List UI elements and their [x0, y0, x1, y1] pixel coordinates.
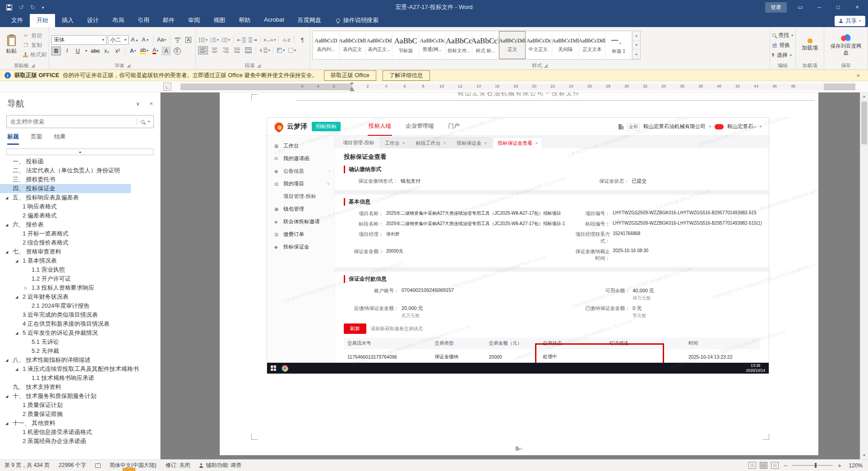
learn-more-button[interactable]: 了解详细信息 — [383, 70, 430, 81]
proofing-status[interactable] — [91, 463, 105, 468]
track-changes-status[interactable]: 修订: 关闭 — [161, 462, 195, 469]
redo-icon[interactable]: ↻ — [30, 4, 36, 10]
align-left-button[interactable] — [198, 46, 208, 55]
ribbon-tab-Acrobat[interactable]: Acrobat — [257, 14, 291, 27]
collapse-arrow-icon[interactable]: ◢ — [5, 223, 13, 227]
nav-heading-item[interactable]: 1 机密信息接受承诺函格式 — [0, 428, 131, 437]
collapse-arrow-icon[interactable]: ◢ — [15, 259, 23, 263]
bold-button[interactable]: B — [51, 46, 61, 55]
get-genuine-office-button[interactable]: 获取正版 Office — [324, 70, 376, 81]
increase-indent-button[interactable]: ⇥ — [248, 36, 258, 44]
style-gallery-more-icon[interactable]: ▾ — [633, 50, 640, 59]
nav-heading-item[interactable]: 2 偏差表格式 — [0, 211, 131, 220]
web-tab-投标保证金查看[interactable]: 投标保证金查看× — [493, 137, 543, 148]
zoom-slider[interactable] — [792, 465, 833, 466]
horizontal-ruler[interactable]: 6422468101214161820222426283032343638404… — [180, 83, 855, 90]
grow-font-button[interactable]: A▲ — [130, 35, 139, 44]
web-tab-标段工作台[interactable]: 标段工作台× — [411, 137, 451, 148]
ribbon-tab-插入[interactable]: 插入 — [55, 14, 80, 27]
nav-heading-item[interactable]: 一、 投标函 — [0, 157, 131, 166]
nav-heading-item[interactable]: 1.1 技术规格书响应承诺 — [0, 374, 131, 383]
search-options-icon[interactable]: ▾ — [148, 120, 150, 124]
change-case-button[interactable]: Aa▾ — [156, 35, 167, 44]
nav-heading-item[interactable]: 1.1 营业执照 — [0, 265, 131, 274]
search-icon[interactable] — [141, 120, 144, 124]
nav-heading-item[interactable]: 九、 技术支持资料 — [0, 383, 131, 392]
web-tab-投标保证金[interactable]: 投标保证金× — [452, 137, 492, 148]
ruby-guide-button[interactable]: wén文 — [173, 35, 182, 44]
sidebar-item-缴费订单[interactable]: ▥缴费订单 — [267, 228, 334, 240]
collapse-arrow-icon[interactable]: ◢ — [5, 421, 13, 425]
collapse-arrow-icon[interactable]: ◢ — [15, 295, 23, 299]
ribbon-tab-设计[interactable]: 设计 — [80, 14, 106, 27]
select-button[interactable]: 选择▾ — [772, 51, 793, 59]
close-tab-icon[interactable]: × — [402, 141, 405, 146]
nav-heading-item[interactable]: 1 响应表格式 — [0, 202, 131, 211]
search-input[interactable] — [10, 119, 133, 125]
borders-button[interactable]: ▾ — [287, 46, 297, 55]
document-canvas[interactable]: 鞍山宏景石油机械有限公司－投标文件 云梦泽 招标投标 投标人端企业管理端门户 全… — [161, 92, 860, 459]
cut-button[interactable]: ✂剪切 — [23, 32, 46, 40]
indent-markers[interactable] — [350, 83, 354, 91]
nav-heading-item[interactable]: 1.2 开户许可证 — [0, 274, 131, 283]
style-item[interactable]: 一、标题 1 — [605, 31, 632, 59]
style-item[interactable]: AaBbCcDdI无间隔 — [552, 31, 579, 59]
nav-jump-top-button[interactable]: ▲ — [6, 148, 154, 155]
format-painter-button[interactable]: 格式刷 — [23, 51, 46, 59]
notification-badge[interactable] — [715, 124, 724, 129]
replace-button[interactable]: ab替换 — [772, 42, 793, 49]
maximize-button[interactable]: □ — [829, 1, 847, 14]
nav-heading-item[interactable]: ▷1.3 投标人资格要求响应 — [0, 283, 131, 292]
undo-icon[interactable]: ↺ — [18, 4, 24, 10]
style-item[interactable]: AaBbCcDdI正文 — [499, 31, 526, 59]
style-item[interactable]: AaBbCcD表内列... — [313, 31, 339, 59]
sidebar-item-我的邀请函[interactable]: ✉我的邀请函 — [267, 152, 334, 165]
line-spacing-button[interactable]: ⇕▾ — [259, 46, 270, 55]
sidebar-item-公告信息[interactable]: ◉公告信息› — [267, 165, 334, 177]
style-item[interactable]: AaBbCcDc普通(网... — [419, 31, 446, 59]
character-border-button[interactable]: A — [184, 35, 193, 44]
read-mode-button[interactable] — [748, 462, 756, 469]
text-effects-button[interactable]: A▾ — [128, 46, 138, 55]
show-hide-marks-button[interactable]: ¶ — [297, 36, 307, 44]
ribbon-tab-帮助[interactable]: 帮助 — [232, 14, 257, 27]
nav-heading-item[interactable]: ◢七、 资格审查资料 — [0, 247, 131, 256]
style-item[interactable]: AaBbC节标题 — [392, 31, 419, 59]
save-to-baidu-button[interactable]: 保存到百度网盘 — [826, 28, 865, 62]
sidebar-item-联合体投标邀请[interactable]: ◈联合体投标邀请 — [267, 215, 334, 228]
enclose-characters-button[interactable]: 字 — [172, 46, 182, 55]
portal-tab-门户[interactable]: 门户 — [448, 117, 461, 136]
chrome-icon[interactable] — [282, 365, 288, 372]
paste-button[interactable]: 粘贴 — [2, 28, 20, 62]
company-name[interactable]: 鞍山宏景石油机械有限公司 — [643, 123, 706, 130]
clipboard-dialog-launcher-icon[interactable] — [31, 64, 35, 68]
close-warning-icon[interactable]: × — [853, 72, 863, 79]
nav-tab-标题[interactable]: 标题 — [7, 133, 19, 145]
web-layout-button[interactable] — [771, 462, 779, 469]
style-item[interactable]: AaBbCcI样式 标... — [472, 31, 499, 59]
nav-heading-item[interactable]: ◢六、 报价表 — [0, 220, 131, 229]
zoom-out-button[interactable]: − — [782, 462, 789, 469]
nav-tab-结果[interactable]: 结果 — [54, 133, 66, 145]
sidebar-item-我的项目[interactable]: ▤我的项目∨ — [267, 177, 334, 190]
nav-heading-item[interactable]: ◢2 近年财务状况表 — [0, 292, 131, 301]
font-color-button[interactable]: A▾ — [151, 46, 160, 55]
nav-options-icon[interactable]: ∨ — [136, 101, 140, 107]
underline-button[interactable]: U — [73, 46, 83, 55]
nav-heading-item[interactable]: ◢十、 技术服务和质保期服务计划 — [0, 392, 131, 401]
nav-heading-item[interactable]: 5.2 无仲裁 — [0, 346, 131, 356]
tell-me-search[interactable]: 操作说明搜索 — [336, 16, 379, 27]
nav-heading-item[interactable]: 二、 法定代表人（单位负责人）身份证明 — [0, 166, 131, 175]
web-tab-工作台[interactable]: 工作台× — [380, 137, 410, 148]
collapse-arrow-icon[interactable]: ◢ — [5, 394, 13, 398]
style-scroll-up-icon[interactable]: ▴ — [633, 31, 640, 41]
align-center-button[interactable] — [209, 46, 219, 55]
refresh-button[interactable]: 刷新 — [344, 323, 366, 334]
collapse-arrow-icon[interactable]: ◢ — [5, 250, 13, 254]
ribbon-tab-引用[interactable]: 引用 — [131, 14, 156, 27]
ribbon-tab-视图[interactable]: 视图 — [207, 14, 232, 27]
font-dialog-launcher-icon[interactable] — [127, 64, 130, 68]
zoom-in-button[interactable]: + — [836, 462, 843, 469]
character-shading-button[interactable]: A — [162, 46, 171, 55]
login-button[interactable]: 登录 — [765, 2, 787, 13]
